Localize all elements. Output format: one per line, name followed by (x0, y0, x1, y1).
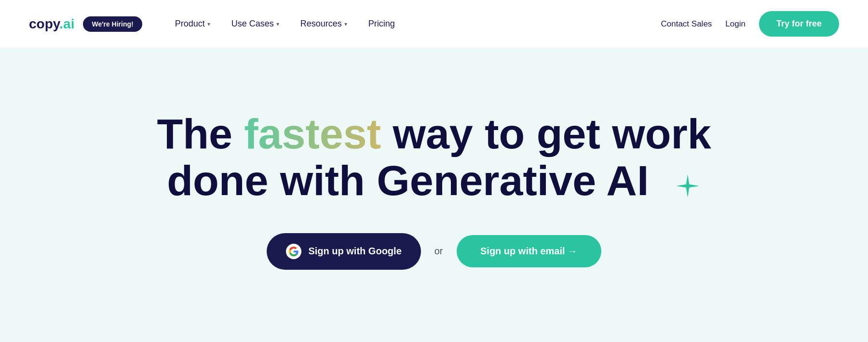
hiring-badge[interactable]: We're Hiring! (83, 16, 142, 32)
sign-up-google-button[interactable]: Sign up with Google (267, 233, 420, 270)
hero-title-the: The (157, 110, 244, 158)
cta-area: Sign up with Google or Sign up with emai… (267, 233, 601, 270)
login-link[interactable]: Login (725, 19, 746, 29)
logo: copy.ai (29, 16, 74, 32)
hero-section: The fastest way to get work done with Ge… (0, 48, 868, 342)
hero-title-line2: done with Generative AI (167, 157, 649, 204)
sparkle-decoration (668, 168, 701, 200)
chevron-down-icon: ▾ (207, 21, 210, 27)
nav-product-label: Product (175, 19, 205, 29)
nav-item-pricing[interactable]: Pricing (360, 14, 404, 34)
hero-title-fastest: fastest (244, 110, 381, 158)
nav-right: Contact Sales Login Try for free (661, 11, 840, 37)
hero-title: The fastest way to get work done with Ge… (157, 111, 711, 204)
chevron-down-icon: ▾ (344, 21, 347, 27)
sign-up-google-label: Sign up with Google (308, 246, 401, 257)
nav-use-cases-label: Use Cases (231, 19, 274, 29)
contact-sales-link[interactable]: Contact Sales (661, 19, 712, 29)
nav-item-use-cases[interactable]: Use Cases ▾ (223, 14, 288, 34)
google-icon (286, 244, 301, 259)
logo-dot: .ai (59, 16, 74, 31)
nav-resources-label: Resources (300, 19, 342, 29)
logo-copy: copy (29, 16, 59, 31)
nav-item-resources[interactable]: Resources ▾ (292, 14, 356, 34)
nav-links: Product ▾ Use Cases ▾ Resources ▾ Pricin… (166, 14, 661, 34)
sign-up-email-button[interactable]: Sign up with email → (457, 235, 601, 267)
logo-area: copy.ai We're Hiring! (29, 16, 142, 32)
try-free-button[interactable]: Try for free (759, 11, 839, 37)
navbar: copy.ai We're Hiring! Product ▾ Use Case… (0, 0, 868, 48)
sign-up-email-label: Sign up with email → (480, 246, 577, 257)
chevron-down-icon: ▾ (276, 21, 279, 27)
nav-pricing-label: Pricing (368, 19, 395, 29)
or-separator: or (434, 246, 443, 257)
hero-title-way: way to get work (381, 110, 711, 158)
nav-item-product[interactable]: Product ▾ (166, 14, 219, 34)
